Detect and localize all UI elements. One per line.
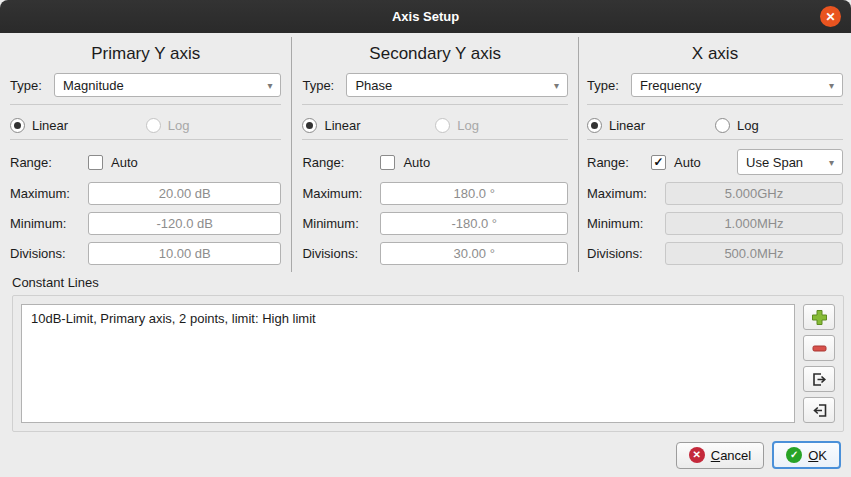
primary-auto-checkbox[interactable] (88, 155, 103, 170)
secondary-y-axis-section: Secondary Y axis Type: Phase ▾ Linear Lo… (292, 37, 579, 272)
cancel-rest: ancel (720, 448, 751, 463)
x-auto-label: Auto (674, 155, 701, 170)
export-icon (811, 371, 828, 388)
ok-mnemonic: O (808, 448, 818, 463)
secondary-divisions-label: Divisions: (302, 246, 380, 261)
remove-line-button[interactable] (803, 335, 835, 361)
close-button[interactable]: ✕ (820, 6, 841, 27)
x-type-label: Type: (587, 78, 631, 93)
minus-icon (811, 340, 828, 357)
secondary-type-select[interactable]: Phase ▾ (346, 73, 568, 97)
primary-y-axis-heading: Primary Y axis (10, 39, 281, 73)
radio-selected-icon (587, 118, 602, 133)
primary-type-label: Type: (10, 78, 54, 93)
primary-y-axis-section: Primary Y axis Type: Magnitude ▾ Linear … (0, 37, 292, 272)
secondary-linear-radio[interactable]: Linear (302, 118, 435, 133)
primary-auto-label: Auto (111, 155, 138, 170)
primary-minimum-input[interactable] (88, 212, 281, 235)
x-minimum-input (665, 212, 843, 235)
secondary-log-radio: Log (435, 118, 479, 133)
x-range-label: Range: (587, 155, 651, 170)
separator (587, 139, 843, 140)
cancel-icon: ✕ (689, 447, 705, 463)
separator (587, 104, 843, 105)
cancel-x-glyph: ✕ (693, 450, 701, 460)
secondary-auto-checkbox[interactable] (380, 155, 395, 170)
ok-rest: K (818, 448, 827, 463)
separator (10, 104, 281, 105)
export-line-button[interactable] (803, 366, 835, 392)
secondary-maximum-label: Maximum: (302, 186, 380, 201)
primary-range-label: Range: (10, 155, 88, 170)
secondary-range-label: Range: (302, 155, 380, 170)
close-icon: ✕ (825, 11, 835, 23)
ok-button-label: OK (808, 448, 827, 463)
primary-linear-label: Linear (32, 118, 68, 133)
x-minimum-label: Minimum: (587, 216, 665, 231)
constant-lines-label: Constant Lines (12, 275, 844, 290)
x-linear-radio[interactable]: Linear (587, 118, 715, 133)
secondary-minimum-label: Minimum: (302, 216, 380, 231)
separator (302, 139, 568, 140)
cancel-button[interactable]: ✕ Cancel (676, 442, 764, 469)
x-axis-section: X axis Type: Frequency ▾ Linear Log (579, 37, 851, 272)
primary-type-select[interactable]: Magnitude ▾ (54, 73, 281, 97)
ok-check-glyph: ✓ (790, 450, 798, 460)
x-type-value: Frequency (640, 78, 829, 93)
secondary-type-value: Phase (355, 78, 554, 93)
secondary-divisions-input[interactable] (380, 242, 568, 265)
x-type-select[interactable]: Frequency ▾ (631, 73, 843, 97)
checkmark-icon: ✓ (653, 156, 663, 168)
ok-icon: ✓ (786, 447, 802, 463)
x-axis-heading: X axis (587, 39, 843, 73)
radio-icon (146, 118, 161, 133)
radio-icon (435, 118, 450, 133)
x-log-label: Log (737, 118, 759, 133)
secondary-linear-label: Linear (324, 118, 360, 133)
cancel-mnemonic: C (711, 448, 720, 463)
separator (302, 104, 568, 105)
chevron-down-icon: ▾ (267, 80, 272, 91)
constant-lines-list[interactable]: 10dB-Limit, Primary axis, 2 points, limi… (21, 304, 795, 423)
primary-type-value: Magnitude (63, 78, 267, 93)
import-line-button[interactable] (803, 397, 835, 423)
x-log-radio[interactable]: Log (715, 118, 759, 133)
constant-lines-frame: 10dB-Limit, Primary axis, 2 points, limi… (12, 295, 844, 432)
x-linear-label: Linear (609, 118, 645, 133)
x-span-select[interactable]: Use Span ▾ (737, 149, 843, 175)
primary-divisions-label: Divisions: (10, 246, 88, 261)
chevron-down-icon: ▾ (829, 157, 834, 168)
constant-lines-section: Constant Lines 10dB-Limit, Primary axis,… (0, 272, 851, 433)
primary-log-label: Log (168, 118, 190, 133)
x-maximum-input (665, 182, 843, 205)
ok-button[interactable]: ✓ OK (772, 441, 841, 469)
secondary-y-axis-heading: Secondary Y axis (302, 39, 568, 73)
dialog-footer: ✕ Cancel ✓ OK (0, 433, 851, 477)
x-divisions-input (665, 242, 843, 265)
constant-lines-toolbar (803, 304, 835, 423)
secondary-minimum-input[interactable] (380, 212, 568, 235)
import-icon (811, 402, 828, 419)
x-span-value: Use Span (746, 155, 829, 170)
x-auto-checkbox[interactable]: ✓ (651, 155, 666, 170)
primary-divisions-input[interactable] (88, 242, 281, 265)
add-line-button[interactable] (803, 304, 835, 330)
primary-log-radio: Log (146, 118, 190, 133)
secondary-maximum-input[interactable] (380, 182, 568, 205)
cancel-button-label: Cancel (711, 448, 751, 463)
x-divisions-label: Divisions: (587, 246, 665, 261)
secondary-type-label: Type: (302, 78, 346, 93)
secondary-auto-label: Auto (403, 155, 430, 170)
axis-setup-dialog: Axis Setup ✕ Primary Y axis Type: Magnit… (0, 0, 851, 477)
radio-selected-icon (10, 118, 25, 133)
titlebar: Axis Setup ✕ (0, 0, 851, 33)
chevron-down-icon: ▾ (829, 80, 834, 91)
radio-selected-icon (302, 118, 317, 133)
primary-maximum-input[interactable] (88, 182, 281, 205)
plus-icon (811, 309, 828, 326)
list-item[interactable]: 10dB-Limit, Primary axis, 2 points, limi… (31, 309, 785, 328)
primary-maximum-label: Maximum: (10, 186, 88, 201)
primary-linear-radio[interactable]: Linear (10, 118, 146, 133)
radio-icon (715, 118, 730, 133)
window-title: Axis Setup (392, 9, 459, 24)
